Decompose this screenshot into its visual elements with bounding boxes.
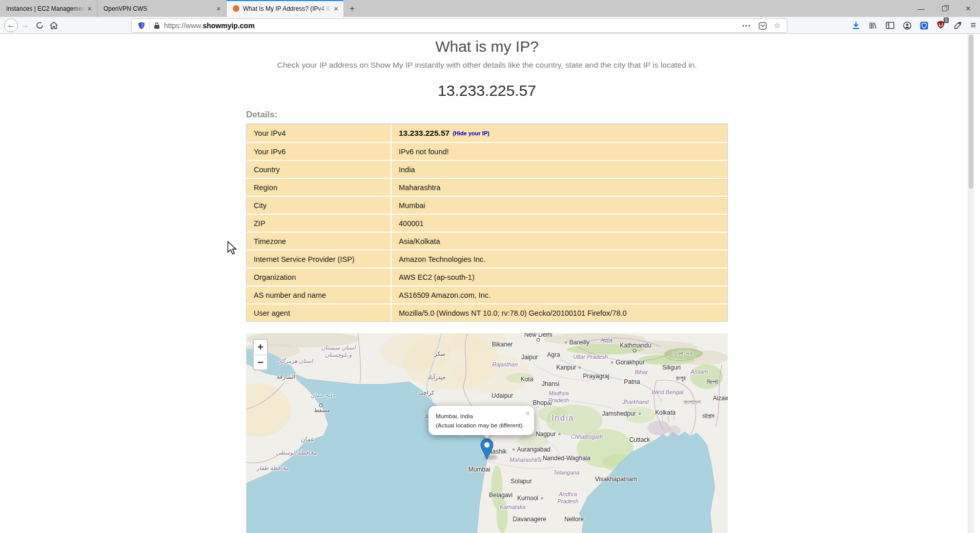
map-label: Davanagere [513,516,546,523]
tab-ec2-console[interactable]: Instances | EC2 Management Cons × [0,0,97,17]
table-row: ZIP 400001 [247,214,727,232]
menu-icon[interactable]: ≡ [970,20,976,31]
table-row: User agent Mozilla/5.0 (Windows NT 10.0;… [247,303,727,321]
page-scrollbar[interactable] [968,34,974,533]
map-label: Chhattisgarh [571,434,603,441]
table-row: Country India [247,160,727,178]
map-label: Agra [547,351,560,359]
map-label: Kathmandu [620,342,651,350]
account-icon[interactable] [903,22,911,30]
bookmark-star-icon[interactable]: ☆ [774,21,781,30]
map-label: Belagavi [489,491,513,499]
pocket-icon[interactable] [759,22,767,30]
hide-your-ip-link[interactable]: (Hide your IP) [453,130,489,136]
tab-title: What Is My IP Address? (IPv4 & [243,5,333,12]
map-label: محافظة الوسطى [276,449,316,457]
forward-button[interactable]: → [18,20,32,30]
new-tab-button[interactable]: + [343,0,361,17]
table-row: Region Maharashtra [247,178,727,196]
window-restore-button[interactable] [933,0,956,17]
map-label: Kurnool ∘ [517,495,544,502]
page-actions-icon[interactable]: ••• [742,23,751,29]
map-label: Mumbai [468,466,491,474]
location-marker-icon[interactable] [480,438,494,460]
popup-location-note: (Actual location may be different) [436,421,529,430]
window-close-button[interactable]: × [956,0,980,17]
map-label [537,338,540,342]
table-row: AS number and name AS16509 Amazon.com, I… [247,285,727,303]
map-label: استان هرمزگان [277,358,313,365]
map-label: Uttar Pradesh [573,354,608,361]
tab-close-icon[interactable]: × [333,5,339,12]
home-button[interactable] [47,22,61,29]
titlebar-drag-area [361,0,909,17]
map-label [319,404,323,407]
row-label: Your IPv6 [247,143,392,160]
map-label: Karnataka [500,504,525,511]
map-label: West Bengal [651,389,683,396]
map-label: বাংলাদেশ [683,399,701,406]
map-zoom-control: + − [253,339,268,371]
row-value: 400001 [399,219,423,228]
map-label: Kota [521,376,534,383]
url-bar[interactable]: https://www.showmyip.com ••• ☆ [131,18,787,33]
map-label: Patna [624,378,640,386]
map-label: ∘ Aurangabad [512,446,550,454]
map-label: Aizawl [713,395,728,402]
map-label: Maharashtra [509,457,541,464]
map-label: Jaipur [521,354,538,361]
tab-close-icon[interactable]: × [86,5,93,12]
tab-close-icon[interactable]: × [215,5,222,12]
library-icon[interactable] [869,22,877,30]
table-row: City Mumbai [247,196,727,214]
row-label: Timezone [247,233,392,250]
https-lock-icon[interactable] [154,22,160,29]
tab-title: OpenVPN CWS [104,5,215,12]
map-label: Bhopal [533,399,552,407]
row-value: AS16509 Amazon.com, Inc. [399,291,491,299]
table-row: Timezone Asia/Kolkata [247,232,727,250]
zoom-in-button[interactable]: + [254,340,267,355]
row-label: Organization [247,269,392,285]
map-label: Solapur [511,478,532,485]
sidebar-toggle-icon[interactable] [886,22,894,29]
tab-whatismyip-active[interactable]: What Is My IP Address? (IPv4 & × [227,0,343,17]
tracking-protection-shield-icon[interactable] [138,22,145,30]
row-label: Region [247,179,392,196]
bitwarden-icon[interactable] [920,22,928,30]
row-label: City [247,197,392,214]
reload-button[interactable] [32,22,47,29]
map-label: সিলেট [707,379,719,386]
scrollbar-thumb[interactable] [969,35,973,189]
row-label: Your IPv4 [247,124,392,142]
row-label: Country [247,161,392,178]
map-label: الشارقة [277,374,295,381]
popup-close-icon[interactable]: × [525,407,530,420]
tab-openvpn[interactable]: OpenVPN CWS × [97,0,227,17]
popup-location-title: Mumbai, India [436,412,529,421]
row-value: IPv6 not found! [399,148,449,156]
map-label: नेपाल [600,337,612,345]
tab-title: Instances | EC2 Management Cons [6,5,86,12]
ublock-origin-icon[interactable]: 5 [937,20,945,31]
details-label: Details: [246,110,728,120]
map-label: India [552,413,575,423]
downloads-icon[interactable] [852,22,860,30]
row-label: User agent [247,304,392,321]
eyedropper-icon[interactable] [953,22,962,30]
location-map[interactable]: BikanerNew DelhiAgraJaipurKanpur ∘∘ Bare… [246,333,728,533]
map-label: Kolkata [655,409,676,417]
url-scheme: https://www. [164,22,202,30]
back-button[interactable]: ← [4,18,18,32]
ip-details-table: Your IPv4 13.233.225.57 (Hide your IP) Y… [246,124,728,322]
row-value: India [399,166,415,174]
map-label: ∘ Bareilly [564,339,589,346]
urlbar-separator [149,22,150,30]
map-label: Jharkhand [622,399,648,406]
row-value: Maharashtra [399,183,440,192]
window-minimize-button[interactable]: — [909,0,933,17]
map-label: Bikaner [492,341,513,348]
map-label: Prayagraj [583,373,609,380]
zoom-out-button[interactable]: − [254,355,267,370]
map-label [633,349,637,353]
